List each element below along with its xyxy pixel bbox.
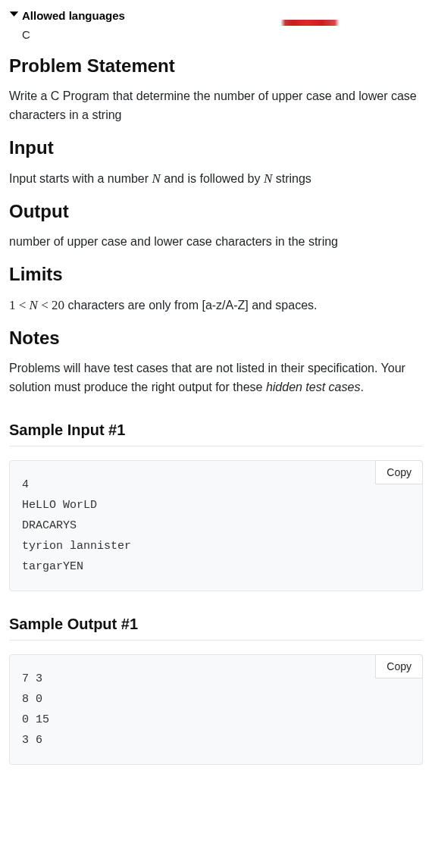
notes-post: . — [360, 381, 363, 393]
input-var-n-2: N — [264, 171, 272, 186]
limits-var-n: N — [30, 298, 38, 312]
heading-problem-statement: Problem Statement — [9, 52, 423, 80]
heading-notes: Notes — [9, 324, 423, 352]
input-var-n-1: N — [152, 171, 161, 186]
allowed-languages-row: Allowed languages C — [9, 8, 423, 43]
limits-pre: 1 < — [9, 298, 30, 312]
sample-input-block: Copy 4 HeLLO WorLD DRACARYS tyrion lanni… — [9, 460, 423, 591]
limits-text: 1 < N < 20 characters are only from [a-z… — [9, 296, 423, 315]
copy-button[interactable]: Copy — [375, 460, 423, 484]
input-text: Input starts with a number N and is foll… — [9, 169, 423, 189]
sample-output-code: 7 3 8 0 0 15 3 6 — [22, 669, 410, 750]
output-text: number of upper case and lower case char… — [9, 233, 423, 252]
heading-output: Output — [9, 198, 423, 225]
allowed-languages-label: Allowed languages — [22, 8, 125, 25]
heading-input: Input — [9, 134, 423, 161]
notes-text: Problems will have test cases that are n… — [9, 359, 423, 397]
heading-sample-output-1: Sample Output #1 — [9, 613, 423, 641]
sample-input-code: 4 HeLLO WorLD DRACARYS tyrion lannister … — [22, 475, 410, 577]
sample-output-block: Copy 7 3 8 0 0 15 3 6 — [9, 654, 423, 765]
notes-em: hidden test cases — [266, 381, 361, 393]
copy-button[interactable]: Copy — [375, 654, 423, 678]
input-text-mid: and is followed by — [161, 172, 264, 185]
heading-sample-input-1: Sample Input #1 — [9, 418, 423, 447]
heading-limits: Limits — [9, 261, 423, 288]
allowed-language-value: C — [22, 27, 125, 44]
problem-statement-text: Write a C Program that determine the num… — [9, 87, 423, 125]
redaction-mark — [280, 20, 340, 26]
limits-post: characters are only from [a-z/A-Z] and s… — [64, 299, 317, 312]
limits-mid: < 20 — [38, 298, 64, 312]
chevron-down-icon[interactable] — [9, 9, 19, 19]
input-text-pre: Input starts with a number — [9, 172, 152, 185]
input-text-post: strings — [272, 172, 311, 185]
